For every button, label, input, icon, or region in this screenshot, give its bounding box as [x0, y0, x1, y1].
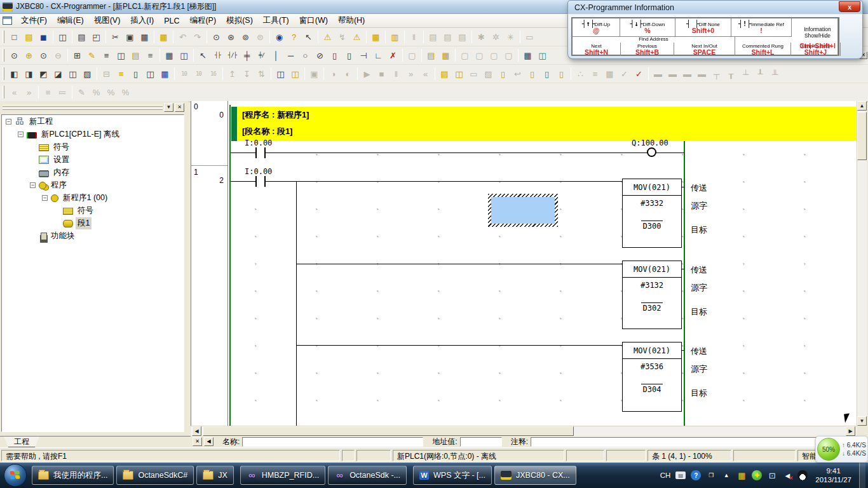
zoom-out-button[interactable]: ⊖ [51, 48, 65, 62]
indent-increase-button[interactable]: » [22, 85, 36, 99]
force-set-button[interactable]: ▯ [496, 67, 510, 81]
mov-block-1[interactable]: MOV(021)#3332D300 [622, 179, 682, 248]
dest-operand[interactable]: D300 [623, 222, 681, 231]
tree-node-symbols[interactable]: 符号 [2, 140, 184, 153]
new-or-closed-contact-button[interactable]: ╪/ [254, 48, 269, 62]
grid-toggle-button[interactable]: ⊞ [70, 48, 85, 62]
menu-4[interactable]: 插入(I) [125, 13, 159, 28]
rung-header-0[interactable]: 0 0 [191, 101, 227, 166]
rung0-coil[interactable] [647, 147, 656, 157]
diff-words-button[interactable]: ≡ [588, 67, 602, 81]
menu-7[interactable]: 模拟(S) [221, 13, 258, 28]
zoom-in-button[interactable]: ⊕ [22, 48, 36, 62]
tree-node-settings[interactable]: 设置 [2, 153, 184, 166]
new-contact-button[interactable]: ┤├ [210, 48, 225, 62]
taskbar-clock[interactable]: 9:41 2013/11/27 [815, 466, 851, 484]
mon-2-button[interactable]: ▬ [665, 67, 680, 81]
watch-hh-button[interactable]: ◫ [535, 48, 550, 62]
memory-view-button[interactable]: ▭ [466, 67, 481, 81]
memory-ball[interactable]: 50% [817, 438, 840, 461]
address-input[interactable] [460, 437, 502, 447]
check-error-button[interactable]: ✓ [632, 67, 646, 81]
connect-line-button[interactable]: ∟ [371, 48, 386, 62]
delete-tool-button[interactable]: ✗ [386, 48, 400, 62]
close-panel-button[interactable]: ✕ [175, 103, 184, 112]
step-edit-button[interactable]: ✲ [489, 30, 503, 44]
sim-pause-button[interactable]: ‖ [389, 67, 403, 81]
undo-button[interactable]: ↶ [175, 30, 190, 44]
find-error-button[interactable]: ⚠ [349, 30, 364, 44]
set-value-s-button[interactable]: ▯ [539, 67, 554, 81]
select-tool-button[interactable]: ↖ [196, 48, 210, 62]
search-symbol-button[interactable]: ⊚ [238, 30, 253, 44]
program-upload-button[interactable]: ▤ [440, 30, 455, 44]
toolbar-grip[interactable] [3, 86, 4, 98]
menu-9[interactable]: 窗口(W) [294, 13, 333, 28]
popup-close-button[interactable]: x [839, 1, 860, 12]
taskbar-button-1[interactable]: 我使用的程序... [32, 466, 114, 485]
tab-project[interactable]: 工程 [4, 437, 39, 447]
scroll-left-button[interactable]: ◀ [192, 426, 201, 436]
force-cancel-button[interactable]: ↩ [510, 67, 525, 81]
mon-6-button[interactable]: ┰ [724, 67, 738, 81]
taskbar-button-3[interactable]: JX [196, 466, 234, 485]
rung-comment-button[interactable]: ✎ [85, 48, 99, 62]
window-new-button[interactable]: ◧ [7, 67, 22, 81]
mode-program-button[interactable]: ◑ [326, 67, 341, 81]
program-check-button[interactable]: ▤ [426, 30, 440, 44]
window-cascade-button[interactable]: ◨ [22, 67, 36, 81]
net-speed-widget[interactable]: 50% ↑ 6.4K/S ↓ 6.4K/S [815, 436, 868, 463]
menu-6[interactable]: 编程(P) [184, 13, 221, 28]
mov-block-2[interactable]: MOV(021)#3132D302 [622, 261, 682, 329]
edit-d-button[interactable]: ▢ [501, 48, 516, 62]
vertical-scroll-thumb[interactable] [857, 112, 867, 160]
close-watch-button[interactable]: ✕ [193, 437, 202, 446]
source-operand[interactable]: #3132 [623, 281, 681, 290]
toolbar-grip[interactable] [3, 30, 4, 43]
cursor-cell[interactable] [488, 194, 558, 227]
mon-7-button[interactable]: ┴ [738, 67, 753, 81]
mode-monitor-button[interactable]: ◐ [341, 67, 355, 81]
cut-button[interactable]: ✂ [108, 30, 123, 44]
edit-b-button[interactable]: ▢ [472, 48, 487, 62]
window-tile-v-button[interactable]: ◪ [51, 67, 65, 81]
tree-node-funcblock[interactable]: 功能块 [2, 229, 184, 242]
cross-reference-button[interactable]: ⊟ [99, 67, 114, 81]
step-view-button[interactable]: ✳ [503, 30, 518, 44]
sim-step-button[interactable]: » [403, 67, 418, 81]
grid-color-button[interactable]: ▦ [520, 48, 535, 62]
qq-tray-icon[interactable] [797, 470, 808, 480]
find-button[interactable]: ⊙ [209, 30, 224, 44]
horizontal-line-button[interactable]: ─ [283, 48, 298, 62]
scroll-up-button[interactable]: ▲ [857, 101, 867, 111]
tree-node-section[interactable]: 段1 [2, 217, 184, 229]
percent-2-button[interactable]: % [104, 85, 118, 99]
pin-tool-button[interactable]: ▢ [405, 48, 419, 62]
sim-run-button[interactable]: ▶ [360, 67, 374, 81]
mov-block-3[interactable]: MOV(021)#3536D304 [622, 342, 682, 412]
taskbar-button-6[interactable]: WWPS 文字 - [... [413, 466, 492, 485]
typewriter-tray-icon[interactable]: ▦ [736, 470, 747, 480]
paste-button[interactable]: ▦ [137, 30, 152, 44]
mon-3-button[interactable]: ▬ [680, 67, 695, 81]
rung0-contact[interactable] [255, 147, 266, 158]
ladder-editor[interactable]: 0 0 1 2 [程序名 : 新程序1] [段名称 : 段1] I:0.00 Q… [191, 101, 857, 426]
new-instruction-button[interactable]: ▯ [327, 48, 342, 62]
work-online-button[interactable]: ◫ [273, 67, 288, 81]
mon-1-button[interactable]: ▬ [651, 67, 665, 81]
new-coil-button[interactable]: ○ [298, 48, 313, 62]
workspace-header[interactable]: ▼ ✕ [1, 103, 184, 112]
dest-operand[interactable]: D304 [623, 385, 681, 394]
tree-node-program[interactable]: −程序 [2, 179, 184, 191]
upload-button[interactable]: ↥ [225, 67, 240, 81]
child-window-icon[interactable] [3, 17, 12, 25]
program-window-button[interactable]: ▤ [455, 30, 470, 44]
window-arrange-button[interactable]: ◫ [65, 67, 80, 81]
start-button[interactable] [4, 464, 27, 487]
info-button[interactable]: ◉ [272, 30, 287, 44]
new-closed-coil-button[interactable]: ⊘ [313, 48, 327, 62]
tree-view-button[interactable]: ≡ [143, 48, 158, 62]
memory-cast-button[interactable]: ▨ [481, 67, 496, 81]
new-or-contact-button[interactable]: ╪ [240, 48, 254, 62]
monitor-warning-button[interactable]: ▥ [388, 30, 402, 44]
